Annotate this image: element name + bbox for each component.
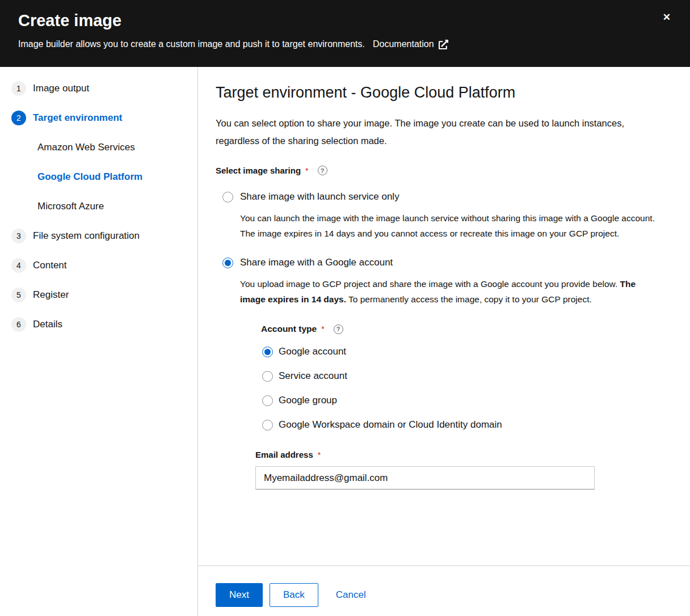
radio-button[interactable] bbox=[222, 192, 233, 202]
modal-title: Create image bbox=[18, 9, 672, 32]
required-indicator: * bbox=[321, 324, 324, 334]
wizard-step-file-system-configuration[interactable]: 3 File system configuration bbox=[0, 221, 197, 251]
modal-subtitle-text: Image builder allows you to create a cus… bbox=[18, 37, 365, 51]
external-link-icon bbox=[439, 40, 448, 49]
modal-body: 1 Image output 2 Target environment Amaz… bbox=[0, 67, 690, 616]
radio-label: Google Workspace domain or Cloud Identit… bbox=[279, 418, 502, 432]
step-label: Content bbox=[33, 260, 67, 271]
radio-label: Google group bbox=[279, 394, 337, 407]
wizard-substep-azure[interactable]: Microsoft Azure bbox=[0, 192, 197, 221]
next-button[interactable]: Next bbox=[216, 583, 263, 607]
wizard-substep-gcp[interactable]: Google Cloud Platform bbox=[0, 162, 197, 192]
account-type-label: Account type * bbox=[261, 324, 663, 334]
wizard-nav: 1 Image output 2 Target environment Amaz… bbox=[0, 67, 198, 616]
radio-label: Service account bbox=[279, 369, 347, 383]
step-label: Image output bbox=[33, 83, 89, 94]
radio-google-group[interactable]: Google group bbox=[261, 394, 663, 407]
documentation-link[interactable]: Documentation bbox=[373, 37, 448, 51]
email-section: Email address * bbox=[255, 450, 663, 490]
radio-google-workspace-domain[interactable]: Google Workspace domain or Cloud Identit… bbox=[261, 418, 663, 432]
create-image-modal: Create image Image builder allows you to… bbox=[0, 0, 690, 616]
page-title: Target environment - Google Cloud Platfo… bbox=[216, 83, 663, 102]
step-number: 2 bbox=[11, 111, 26, 125]
wizard-substep-aws[interactable]: Amazon Web Services bbox=[0, 133, 197, 162]
radio-label: Share image with launch service only bbox=[240, 190, 399, 204]
radio-button[interactable] bbox=[222, 258, 233, 268]
required-indicator: * bbox=[318, 450, 321, 459]
wizard-step-register[interactable]: 5 Register bbox=[0, 280, 197, 310]
desc-text: To permanently access the image, copy it… bbox=[346, 294, 592, 304]
step-number: 6 bbox=[11, 317, 26, 332]
wizard-main: Target environment - Google Cloud Platfo… bbox=[198, 67, 690, 616]
radio-label: Google account bbox=[279, 345, 346, 358]
step-label: Target environment bbox=[33, 112, 122, 124]
select-image-sharing-label: Select image sharing * bbox=[216, 166, 663, 175]
required-indicator: * bbox=[305, 166, 308, 175]
desc-text: You upload image to GCP project and shar… bbox=[240, 279, 620, 289]
close-button[interactable] bbox=[659, 9, 674, 26]
radio-service-account[interactable]: Service account bbox=[261, 369, 663, 383]
label-text: Select image sharing bbox=[216, 166, 301, 175]
step-number: 3 bbox=[11, 229, 26, 243]
wizard-step-target-environment[interactable]: 2 Target environment bbox=[0, 103, 197, 133]
wizard-step-details[interactable]: 6 Details bbox=[0, 310, 197, 339]
radio-button[interactable] bbox=[262, 371, 273, 382]
step-number: 4 bbox=[11, 258, 26, 273]
radio-share-launch-service-only[interactable]: Share image with launch service only bbox=[216, 190, 663, 204]
modal-header: Create image Image builder allows you to… bbox=[0, 0, 690, 67]
radio-share-google-account[interactable]: Share image with a Google account bbox=[216, 256, 663, 269]
radio-button[interactable] bbox=[262, 395, 273, 406]
label-text: Account type bbox=[261, 324, 317, 334]
email-address-label: Email address * bbox=[255, 450, 663, 459]
documentation-link-label: Documentation bbox=[373, 37, 434, 51]
step-number: 5 bbox=[11, 288, 26, 302]
radio-google-account[interactable]: Google account bbox=[261, 345, 663, 358]
close-icon bbox=[663, 12, 671, 23]
help-icon[interactable] bbox=[334, 324, 343, 334]
help-icon[interactable] bbox=[318, 166, 327, 175]
email-input[interactable] bbox=[255, 466, 595, 490]
wizard-footer: Next Back Cancel bbox=[198, 566, 690, 616]
step-number: 1 bbox=[11, 81, 26, 96]
step-content: Target environment - Google Cloud Platfo… bbox=[198, 67, 690, 566]
step-label: Details bbox=[33, 319, 62, 330]
cancel-button[interactable]: Cancel bbox=[329, 583, 373, 607]
radio-description: You can launch the image with the image … bbox=[240, 210, 663, 241]
label-text: Email address bbox=[255, 450, 313, 459]
step-label: Register bbox=[33, 289, 69, 301]
radio-label: Share image with a Google account bbox=[240, 256, 393, 269]
modal-subtitle: Image builder allows you to create a cus… bbox=[18, 37, 672, 51]
wizard-step-content[interactable]: 4 Content bbox=[0, 251, 197, 280]
back-button[interactable]: Back bbox=[270, 583, 318, 607]
wizard-step-image-output[interactable]: 1 Image output bbox=[0, 74, 197, 103]
account-type-section: Account type * Google account Service ac… bbox=[261, 324, 663, 432]
radio-button[interactable] bbox=[262, 347, 273, 357]
radio-button[interactable] bbox=[262, 420, 273, 431]
intro-text: You can select option to share your imag… bbox=[216, 115, 663, 150]
step-label: File system configuration bbox=[33, 230, 140, 242]
radio-description: You upload image to GCP project and shar… bbox=[240, 276, 663, 307]
